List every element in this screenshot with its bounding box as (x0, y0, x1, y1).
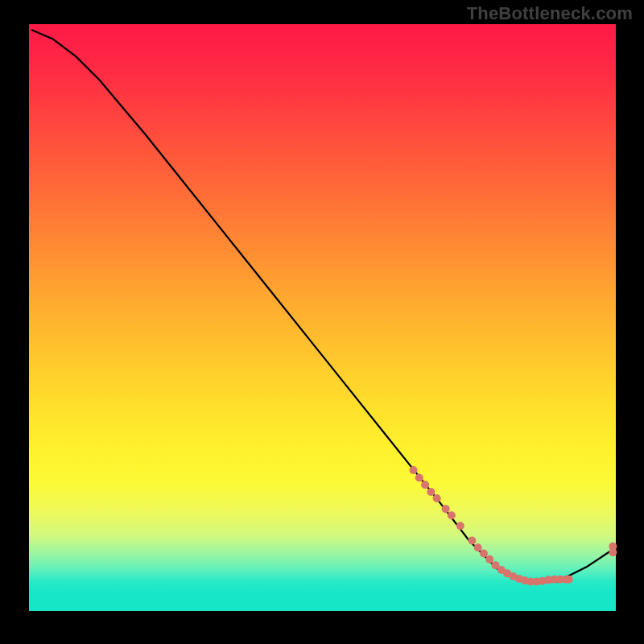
marker-dot (448, 511, 456, 519)
marker-dot (427, 488, 435, 496)
marker-dot (565, 576, 573, 584)
marker-dot (485, 555, 493, 564)
marker-dot (456, 522, 464, 530)
chart-frame: TheBottleneck.com (0, 0, 644, 644)
marker-dot (442, 505, 450, 513)
marker-dot (421, 481, 429, 489)
marker-dot (433, 494, 441, 502)
watermark-text: TheBottleneck.com (467, 3, 633, 24)
marker-dot (609, 543, 617, 551)
marker-dot (468, 537, 476, 545)
marker-dot (474, 543, 482, 551)
curve-line (32, 30, 613, 581)
chart-overlay (29, 24, 616, 611)
marker-dot (410, 466, 418, 474)
marker-dot (415, 474, 423, 482)
plot-area (29, 24, 616, 611)
marker-dot (480, 550, 488, 558)
